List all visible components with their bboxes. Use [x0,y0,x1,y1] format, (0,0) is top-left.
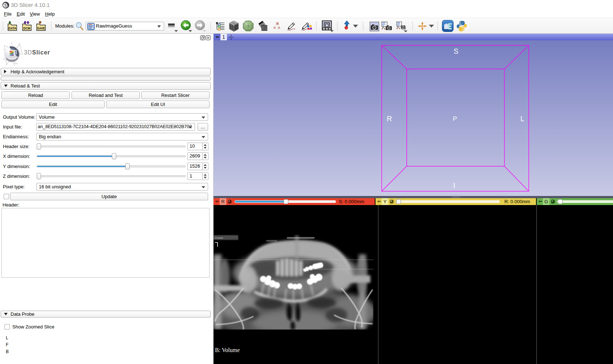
svg-text:DCM: DCM [23,26,30,30]
svg-text:nnuava: nnuava [215,237,223,239]
svg-text:DATA: DATA [8,26,16,30]
svg-text:S: S [454,47,458,55]
svg-text:SAVE: SAVE [37,26,45,30]
svg-text:I: I [453,181,455,189]
svg-text:L: L [520,115,524,123]
svg-text:R: R [387,115,392,123]
svg-text:P: P [453,115,457,122]
